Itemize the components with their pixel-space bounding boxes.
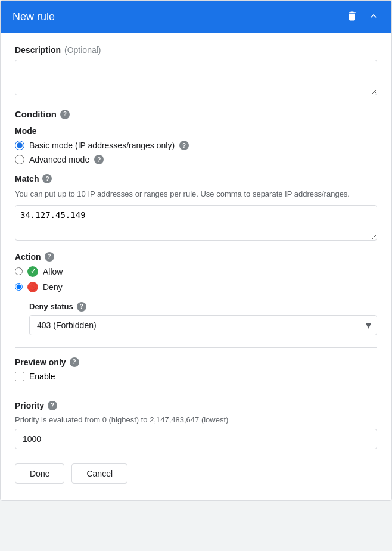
match-input[interactable]: 34.127.45.149: [15, 205, 377, 241]
done-button[interactable]: Done: [15, 463, 64, 484]
mode-basic-radio[interactable]: [15, 141, 24, 150]
preview-label: Preview only: [15, 357, 66, 367]
preview-label-row: Preview only ?: [15, 357, 377, 367]
action-label: Action: [15, 252, 41, 262]
mode-label: Mode: [15, 126, 377, 136]
deny-status-label-row: Deny status ?: [29, 302, 377, 312]
divider-2: [15, 391, 377, 391]
deny-status-select[interactable]: 403 (Forbidden) 404 (Not Found) 429 (Too…: [29, 315, 377, 335]
condition-label: Condition: [15, 109, 57, 119]
action-allow-row: ✓ Allow: [15, 266, 377, 277]
mode-advanced-label[interactable]: Advanced mode: [29, 155, 89, 164]
match-help-icon[interactable]: ?: [42, 174, 52, 183]
mode-advanced-help-icon[interactable]: ?: [94, 155, 104, 164]
form-actions: Done Cancel: [15, 463, 377, 488]
mode-advanced-radio[interactable]: [15, 155, 24, 164]
match-label-row: Match ?: [15, 174, 377, 183]
condition-title: Condition ?: [15, 109, 377, 119]
chevron-up-icon[interactable]: [368, 10, 379, 24]
card-body: Description (Optional) Condition ? Mode …: [1, 33, 391, 500]
action-deny-label[interactable]: Deny: [43, 282, 63, 292]
deny-status-help-icon[interactable]: ?: [77, 302, 86, 312]
action-allow-radio[interactable]: [15, 267, 23, 275]
condition-help-icon[interactable]: ?: [60, 110, 70, 119]
preview-enable-label[interactable]: Enable: [29, 372, 55, 381]
preview-help-icon[interactable]: ?: [70, 357, 79, 367]
preview-section: Preview only ? Enable: [15, 357, 377, 381]
deny-status-wrapper: 403 (Forbidden) 404 (Not Found) 429 (Too…: [29, 315, 377, 335]
description-input[interactable]: [15, 60, 377, 95]
preview-checkbox-row: Enable: [15, 372, 377, 381]
action-deny-radio[interactable]: [15, 283, 23, 291]
mode-basic-help-icon[interactable]: ?: [179, 141, 189, 150]
priority-input[interactable]: [15, 429, 377, 449]
priority-hint: Priority is evaluated from 0 (highest) t…: [15, 415, 377, 424]
divider: [15, 347, 377, 348]
priority-label: Priority: [15, 401, 44, 410]
deny-status-section: Deny status ? 403 (Forbidden) 404 (Not F…: [29, 302, 377, 335]
deny-icon: 🚫: [27, 282, 38, 292]
delete-icon[interactable]: [346, 10, 358, 24]
description-label: Description: [15, 45, 61, 55]
header-actions: [346, 10, 379, 24]
description-label-row: Description (Optional): [15, 45, 377, 55]
action-allow-label[interactable]: Allow: [43, 267, 63, 276]
cancel-button[interactable]: Cancel: [71, 463, 127, 484]
card-header: New rule: [1, 1, 391, 33]
priority-label-row: Priority ?: [15, 401, 377, 410]
mode-basic-label[interactable]: Basic mode (IP addresses/ranges only): [29, 141, 175, 150]
action-section: Action ? ✓ Allow 🚫 Deny: [15, 252, 377, 292]
action-label-row: Action ?: [15, 252, 377, 262]
mode-basic-row: Basic mode (IP addresses/ranges only) ?: [15, 141, 377, 150]
description-optional: (Optional): [64, 45, 101, 55]
mode-section: Mode Basic mode (IP addresses/ranges onl…: [15, 126, 377, 164]
preview-enable-checkbox[interactable]: [15, 372, 24, 381]
condition-section: Condition ? Mode Basic mode (IP addresse…: [15, 109, 377, 335]
action-deny-row: 🚫 Deny: [15, 282, 377, 292]
priority-help-icon[interactable]: ?: [48, 401, 57, 410]
match-section: Match ? You can put up to 10 IP addresse…: [15, 174, 377, 242]
new-rule-card: New rule Description (Optional): [0, 0, 392, 501]
page-title: New rule: [13, 11, 55, 23]
mode-advanced-row: Advanced mode ?: [15, 155, 377, 164]
match-label: Match: [15, 174, 39, 183]
match-hint: You can put up to 10 IP addresses or ran…: [15, 188, 377, 200]
description-section: Description (Optional): [15, 45, 377, 97]
allow-icon: ✓: [27, 266, 38, 277]
action-help-icon[interactable]: ?: [45, 252, 54, 262]
priority-section: Priority ? Priority is evaluated from 0 …: [15, 401, 377, 449]
deny-status-label: Deny status: [29, 302, 73, 311]
